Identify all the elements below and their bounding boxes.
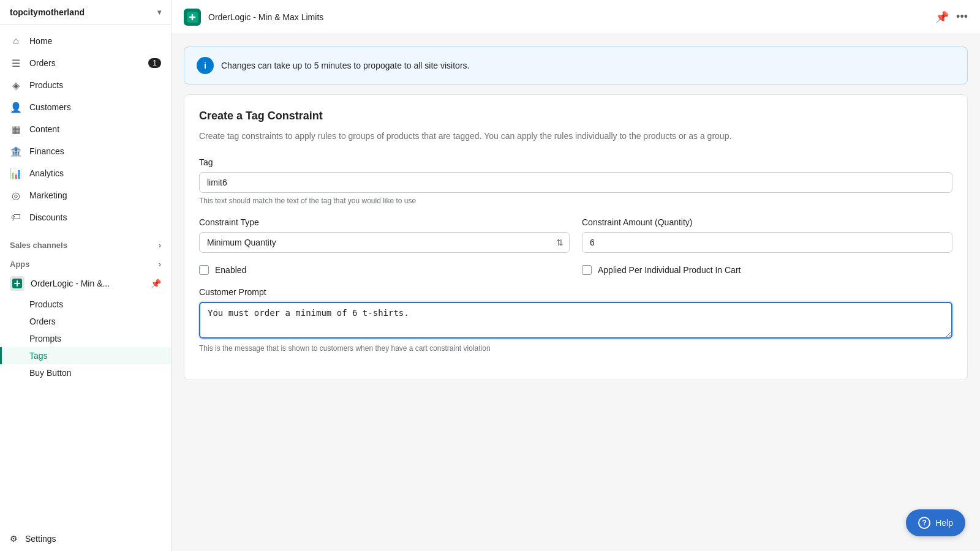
app-logo bbox=[184, 9, 201, 26]
sidebar-item-analytics[interactable]: 📊 Analytics bbox=[0, 162, 171, 184]
analytics-icon: 📊 bbox=[10, 167, 22, 179]
app-logo-icon bbox=[10, 276, 24, 291]
sidebar-item-label: Analytics bbox=[29, 168, 64, 178]
pin-icon: 📌 bbox=[151, 279, 161, 288]
pin-icon[interactable]: 📌 bbox=[935, 10, 949, 24]
apps-label: Apps bbox=[10, 260, 30, 269]
customers-icon: 👤 bbox=[10, 101, 22, 113]
apps-header[interactable]: Apps › bbox=[0, 252, 171, 271]
constraint-amount-section: Constraint Amount (Quantity) bbox=[582, 217, 952, 253]
sidebar-item-label: Marketing bbox=[29, 190, 67, 200]
sidebar-item-label: Orders bbox=[29, 58, 56, 68]
sidebar-item-label: Discounts bbox=[29, 212, 67, 222]
enabled-label: Enabled bbox=[215, 265, 246, 275]
applied-checkbox-item: Applied Per Individual Product In Cart bbox=[582, 265, 952, 275]
card-title: Create a Tag Constraint bbox=[199, 110, 952, 122]
help-circle-icon: ? bbox=[918, 517, 930, 529]
tag-input[interactable] bbox=[199, 172, 952, 193]
sidebar-item-home[interactable]: ⌂ Home bbox=[0, 30, 171, 52]
settings-label: Settings bbox=[25, 534, 56, 544]
help-button-label: Help bbox=[935, 518, 953, 528]
checkboxes-row: Enabled Applied Per Individual Product I… bbox=[199, 265, 952, 275]
sidebar-item-label: Content bbox=[29, 124, 59, 134]
sidebar-item-label: Customers bbox=[29, 102, 71, 112]
sales-channels-label: Sales channels bbox=[10, 241, 67, 250]
subnav-item-buy-button[interactable]: Buy Button bbox=[0, 364, 171, 381]
subnav-item-products[interactable]: Products bbox=[0, 296, 171, 313]
constraint-row: Constraint Type Minimum Quantity Maximum… bbox=[199, 217, 952, 253]
help-button[interactable]: ? Help bbox=[906, 509, 965, 536]
applied-label: Applied Per Individual Product In Cart bbox=[598, 265, 741, 275]
chevron-right-icon: › bbox=[159, 260, 161, 269]
top-bar-actions: 📌 ••• bbox=[935, 10, 968, 24]
orders-badge: 1 bbox=[148, 58, 161, 68]
info-banner: i Changes can take up to 5 minutes to pr… bbox=[184, 47, 968, 84]
top-bar: OrderLogic - Min & Max Limits 📌 ••• bbox=[172, 0, 980, 34]
customer-prompt-input[interactable] bbox=[199, 302, 952, 339]
subnav-item-orders[interactable]: Orders bbox=[0, 313, 171, 330]
tag-hint: This text should match the text of the t… bbox=[199, 197, 952, 205]
store-selector[interactable]: topcitymotherland ▾ bbox=[0, 0, 171, 25]
sidebar-item-label: Home bbox=[29, 36, 52, 46]
subnav-item-tags[interactable]: Tags bbox=[0, 347, 171, 364]
banner-message: Changes can take up to 5 minutes to prop… bbox=[221, 61, 469, 70]
sales-channels-header[interactable]: Sales channels › bbox=[0, 233, 171, 252]
sidebar-item-settings[interactable]: ⚙ Settings bbox=[0, 527, 171, 551]
customer-prompt-hint: This is the message that is shown to cus… bbox=[199, 344, 952, 353]
home-icon: ⌂ bbox=[10, 35, 22, 47]
create-tag-constraint-card: Create a Tag Constraint Create tag const… bbox=[184, 94, 968, 380]
more-icon[interactable]: ••• bbox=[956, 10, 968, 23]
orders-icon: ☰ bbox=[10, 57, 22, 69]
constraint-amount-label: Constraint Amount (Quantity) bbox=[582, 217, 952, 227]
finances-icon: 🏦 bbox=[10, 145, 22, 157]
discounts-icon: 🏷 bbox=[10, 211, 22, 223]
sidebar-item-discounts[interactable]: 🏷 Discounts bbox=[0, 206, 171, 228]
subnav-item-prompts[interactable]: Prompts bbox=[0, 330, 171, 347]
subnav-label: Tags bbox=[29, 351, 48, 361]
app-sub-nav: Products Orders Prompts Tags Buy Button bbox=[0, 296, 171, 381]
subnav-label: Products bbox=[29, 299, 63, 309]
subnav-label: Prompts bbox=[29, 334, 61, 343]
customer-prompt-section: Customer Prompt This is the message that… bbox=[199, 287, 952, 353]
main-content: OrderLogic - Min & Max Limits 📌 ••• i Ch… bbox=[172, 0, 980, 551]
marketing-icon: ◎ bbox=[10, 189, 22, 201]
content-icon: ▦ bbox=[10, 123, 22, 135]
app-name-label: OrderLogic - Min &... bbox=[31, 279, 110, 288]
sidebar-item-marketing[interactable]: ◎ Marketing bbox=[0, 184, 171, 206]
constraint-type-section: Constraint Type Minimum Quantity Maximum… bbox=[199, 217, 570, 253]
settings-icon: ⚙ bbox=[10, 534, 18, 544]
sidebar-item-products[interactable]: ◈ Products bbox=[0, 74, 171, 96]
content-area: i Changes can take up to 5 minutes to pr… bbox=[172, 34, 980, 551]
products-icon: ◈ bbox=[10, 79, 22, 91]
sidebar-item-orders[interactable]: ☰ Orders 1 bbox=[0, 52, 171, 74]
sidebar-item-finances[interactable]: 🏦 Finances bbox=[0, 140, 171, 162]
chevron-right-icon: › bbox=[159, 241, 161, 250]
tag-label: Tag bbox=[199, 157, 952, 167]
enabled-checkbox[interactable] bbox=[199, 265, 209, 275]
info-icon-text: i bbox=[204, 61, 206, 70]
card-description: Create tag constraints to apply rules to… bbox=[199, 130, 952, 143]
applied-per-product-checkbox[interactable] bbox=[582, 265, 592, 275]
main-nav: ⌂ Home ☰ Orders 1 ◈ Products 👤 Customers… bbox=[0, 25, 171, 233]
chevron-down-icon: ▾ bbox=[157, 8, 161, 17]
sidebar: topcitymotherland ▾ ⌂ Home ☰ Orders 1 ◈ … bbox=[0, 0, 172, 551]
sidebar-item-customers[interactable]: 👤 Customers bbox=[0, 96, 171, 118]
customer-prompt-label: Customer Prompt bbox=[199, 287, 952, 297]
sidebar-item-label: Finances bbox=[29, 146, 64, 156]
sidebar-item-content[interactable]: ▦ Content bbox=[0, 118, 171, 140]
page-title: OrderLogic - Min & Max Limits bbox=[208, 12, 928, 22]
constraint-amount-input[interactable] bbox=[582, 232, 952, 253]
sidebar-item-label: Products bbox=[29, 80, 63, 90]
store-name: topcitymotherland bbox=[10, 7, 85, 17]
info-icon: i bbox=[197, 57, 214, 74]
subnav-label: Orders bbox=[29, 317, 56, 326]
tag-field-section: Tag This text should match the text of t… bbox=[199, 157, 952, 205]
enabled-checkbox-item: Enabled bbox=[199, 265, 570, 275]
constraint-type-select-wrapper: Minimum Quantity Maximum Quantity ⇅ bbox=[199, 232, 570, 253]
subnav-label: Buy Button bbox=[29, 368, 72, 378]
constraint-type-select[interactable]: Minimum Quantity Maximum Quantity bbox=[199, 232, 570, 253]
constraint-type-label: Constraint Type bbox=[199, 217, 570, 227]
app-orderlogic[interactable]: OrderLogic - Min &... 📌 bbox=[0, 271, 171, 296]
